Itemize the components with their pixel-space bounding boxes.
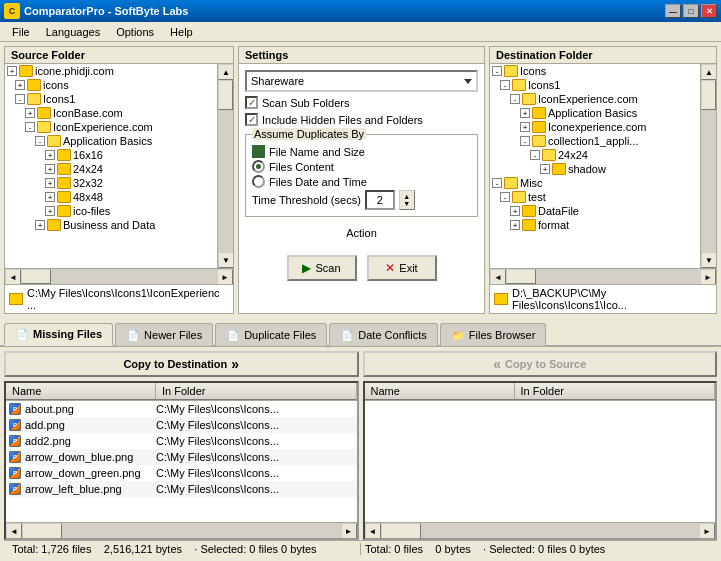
tab-files-browser[interactable]: 📁 Files Browser <box>440 323 547 346</box>
tree-item[interactable]: - Icons1 <box>490 78 700 92</box>
copy-to-source-button[interactable]: « Copy to Source <box>363 351 718 377</box>
expand-icon[interactable]: - <box>520 136 530 146</box>
list-item[interactable]: P arrow_left_blue.png C:\My Files\Icons\… <box>6 481 357 497</box>
scroll-down-button[interactable]: ▼ <box>701 252 716 268</box>
expand-icon[interactable]: + <box>7 66 17 76</box>
expand-icon[interactable]: - <box>530 150 540 160</box>
list-item[interactable]: P about.png C:\My Files\Icons\Icons... <box>6 401 357 417</box>
list-item[interactable]: P arrow_down_green.png C:\My Files\Icons… <box>6 465 357 481</box>
tree-item[interactable]: - test <box>490 190 700 204</box>
file-name-size-radio[interactable]: File Name and Size <box>252 145 471 158</box>
expand-icon[interactable]: + <box>510 206 520 216</box>
tree-item[interactable]: + Iconexperience.com <box>490 120 700 134</box>
expand-icon[interactable]: - <box>492 66 502 76</box>
hscroll-thumb[interactable] <box>22 523 62 539</box>
list-item[interactable]: P arrow_down_blue.png C:\My Files\Icons\… <box>6 449 357 465</box>
tree-item[interactable]: - Icons <box>490 64 700 78</box>
scroll-track[interactable] <box>701 80 716 252</box>
expand-icon[interactable]: + <box>35 220 45 230</box>
expand-icon[interactable]: + <box>45 178 55 188</box>
tree-item[interactable]: - IconExperience.com <box>5 120 217 134</box>
dest-hscrollbar[interactable]: ◄ ► <box>490 268 716 284</box>
scroll-up-button[interactable]: ▲ <box>701 64 716 80</box>
minimize-button[interactable]: — <box>665 4 681 18</box>
scroll-left-button[interactable]: ◄ <box>490 269 506 285</box>
tree-item[interactable]: - Icons1 <box>5 92 217 106</box>
tree-item[interactable]: + icons <box>5 78 217 92</box>
expand-icon[interactable]: - <box>35 136 45 146</box>
tree-item[interactable]: - Misc <box>490 176 700 190</box>
hscroll-thumb[interactable] <box>21 269 51 284</box>
close-button[interactable]: ✕ <box>701 4 717 18</box>
hscroll-track[interactable] <box>506 269 700 284</box>
tree-item[interactable]: + shadow <box>490 162 700 176</box>
scroll-right-button[interactable]: ► <box>699 523 715 539</box>
tree-item[interactable]: + format <box>490 218 700 232</box>
tree-item[interactable]: + icone.phidji.com <box>5 64 217 78</box>
hscroll-track[interactable] <box>21 269 217 284</box>
expand-icon[interactable]: - <box>510 94 520 104</box>
right-list-hscrollbar[interactable]: ◄ ► <box>365 522 716 538</box>
tree-item[interactable]: + Application Basics <box>490 106 700 120</box>
left-name-column-header[interactable]: Name <box>6 383 156 400</box>
copy-to-destination-button[interactable]: Copy to Destination » <box>4 351 359 377</box>
scroll-right-button[interactable]: ► <box>700 269 716 285</box>
tree-item[interactable]: - IconExperience.com <box>490 92 700 106</box>
scan-subfolders-checkbox[interactable]: ✓ Scan Sub Folders <box>245 96 478 109</box>
expand-icon[interactable]: + <box>45 150 55 160</box>
scroll-track[interactable] <box>218 80 233 252</box>
tree-item[interactable]: + Business and Data <box>5 218 217 232</box>
files-datetime-radio[interactable]: Files Date and Time <box>252 175 471 188</box>
expand-icon[interactable]: + <box>520 122 530 132</box>
source-hscrollbar[interactable]: ◄ ► <box>5 268 233 284</box>
dest-tree-scrollbar[interactable]: ▲ ▼ <box>700 64 716 268</box>
scroll-left-button[interactable]: ◄ <box>5 269 21 285</box>
files-content-radio[interactable]: Files Content <box>252 160 471 173</box>
scroll-thumb[interactable] <box>701 80 716 110</box>
source-tree-scrollbar[interactable]: ▲ ▼ <box>217 64 233 268</box>
expand-icon[interactable]: - <box>15 94 25 104</box>
scroll-left-button[interactable]: ◄ <box>365 523 381 539</box>
expand-icon[interactable]: + <box>510 220 520 230</box>
scroll-left-button[interactable]: ◄ <box>6 523 22 539</box>
menu-options[interactable]: Options <box>108 24 162 40</box>
scroll-up-button[interactable]: ▲ <box>218 64 233 80</box>
maximize-button[interactable]: □ <box>683 4 699 18</box>
scroll-thumb[interactable] <box>218 80 233 110</box>
tree-item[interactable]: + 48x48 <box>5 190 217 204</box>
tab-newer-files[interactable]: 📄 Newer Files <box>115 323 213 346</box>
expand-icon[interactable]: - <box>500 192 510 202</box>
expand-icon[interactable]: + <box>520 108 530 118</box>
hscroll-thumb[interactable] <box>506 269 536 284</box>
tree-item[interactable]: + ico-files <box>5 204 217 218</box>
expand-icon[interactable]: - <box>492 178 502 188</box>
tab-date-conflicts[interactable]: 📄 Date Conflicts <box>329 323 437 346</box>
tree-item[interactable]: - 24x24 <box>490 148 700 162</box>
tree-item[interactable]: + 16x16 <box>5 148 217 162</box>
right-folder-column-header[interactable]: In Folder <box>515 383 716 400</box>
tree-item[interactable]: + 24x24 <box>5 162 217 176</box>
tab-missing-files[interactable]: 📄 Missing Files <box>4 323 113 346</box>
threshold-input[interactable]: 2 <box>365 190 395 210</box>
tree-item[interactable]: + IconBase.com <box>5 106 217 120</box>
tree-item[interactable]: + DataFile <box>490 204 700 218</box>
scan-button[interactable]: ▶ Scan <box>287 255 357 281</box>
expand-icon[interactable]: + <box>45 164 55 174</box>
left-list-hscrollbar[interactable]: ◄ ► <box>6 522 357 538</box>
menu-file[interactable]: File <box>4 24 38 40</box>
right-name-column-header[interactable]: Name <box>365 383 515 400</box>
expand-icon[interactable]: - <box>25 122 35 132</box>
scroll-down-button[interactable]: ▼ <box>218 252 233 268</box>
expand-icon[interactable]: + <box>25 108 35 118</box>
hscroll-track[interactable] <box>22 523 341 539</box>
left-folder-column-header[interactable]: In Folder <box>156 383 357 400</box>
expand-icon[interactable]: + <box>15 80 25 90</box>
tree-item[interactable]: - Application Basics <box>5 134 217 148</box>
expand-icon[interactable]: + <box>540 164 550 174</box>
scroll-right-button[interactable]: ► <box>217 269 233 285</box>
scroll-right-button[interactable]: ► <box>341 523 357 539</box>
tree-item[interactable]: + 32x32 <box>5 176 217 190</box>
hscroll-track[interactable] <box>381 523 700 539</box>
expand-icon[interactable]: + <box>45 206 55 216</box>
include-hidden-checkbox[interactable]: ✓ Include Hidden Files and Folders <box>245 113 478 126</box>
